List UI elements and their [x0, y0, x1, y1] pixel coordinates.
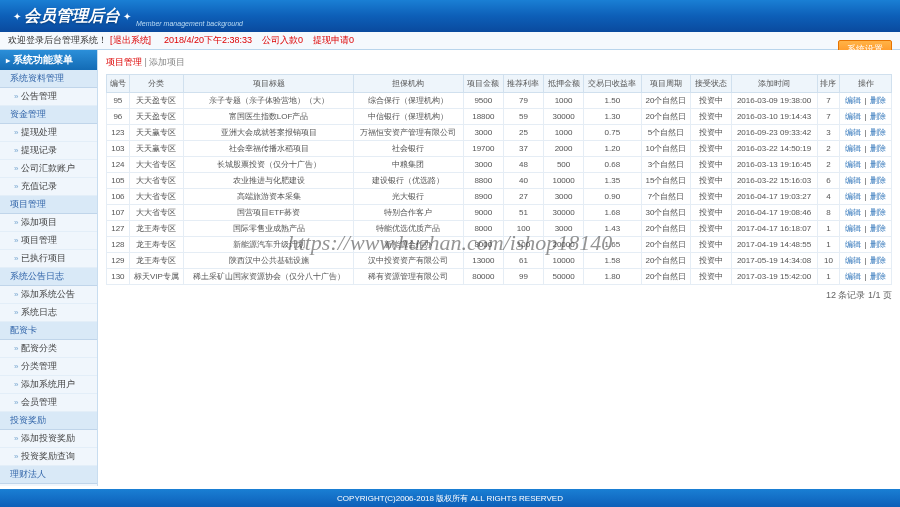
sidebar-item[interactable]: 添加投资奖励 — [0, 430, 97, 448]
cell-amt: 19700 — [463, 141, 503, 157]
cell-ops: 编辑 | 删除 — [840, 141, 892, 157]
sidebar-item[interactable]: 添加理财法人 — [0, 484, 97, 486]
edit-link[interactable]: 编辑 — [845, 128, 861, 137]
sidebar-category[interactable]: 配资卡 — [0, 322, 97, 340]
table-row: 127龙王寿专区国际零售业成熟产品特能优选优质产品800010030001.43… — [107, 221, 892, 237]
column-header: 分类 — [129, 75, 183, 93]
edit-link[interactable]: 编辑 — [845, 176, 861, 185]
logout-link[interactable]: [退出系统] — [110, 34, 151, 47]
crumb-current[interactable]: 项目管理 — [106, 57, 142, 67]
cell-pledge: 50000 — [544, 269, 584, 285]
sidebar-item[interactable]: 项目管理 — [0, 232, 97, 250]
cell-id: 129 — [107, 253, 130, 269]
table-row: 129龙王寿专区陕西汉中公共基础设施汉中投资资产有限公司130006110000… — [107, 253, 892, 269]
cell-period: 20个自然日 — [641, 269, 691, 285]
sidebar-item[interactable]: 系统日志 — [0, 304, 97, 322]
cell-title: 新能源汽车升级计划 — [183, 237, 353, 253]
cell-amt: 18800 — [463, 109, 503, 125]
sidebar-category[interactable]: 理财法人 — [0, 466, 97, 484]
crumb-action[interactable]: 添加项目 — [149, 57, 185, 67]
sidebar-item[interactable]: 提现处理 — [0, 124, 97, 142]
welcome-bar: 欢迎登录后台管理系统！ [退出系统] 2018/4/20下午2:38:33 公司… — [0, 32, 900, 50]
edit-link[interactable]: 编辑 — [845, 96, 861, 105]
cell-ops: 编辑 | 删除 — [840, 221, 892, 237]
cell-pledge: 20000 — [544, 237, 584, 253]
data-table: 编号分类项目标题担保机构项目金额推荐利率抵押金额交易日收益率项目周期接受状态添加… — [106, 74, 892, 285]
sidebar-item[interactable]: 提现记录 — [0, 142, 97, 160]
cell-cat: 标天VIP专属 — [129, 269, 183, 285]
cell-title: 国营项目ETF募资 — [183, 205, 353, 221]
cell-cat: 龙王寿专区 — [129, 237, 183, 253]
cell-sort: 1 — [817, 269, 840, 285]
delete-link[interactable]: 删除 — [870, 96, 886, 105]
cell-period: 30个自然日 — [641, 205, 691, 221]
cell-sort: 2 — [817, 157, 840, 173]
cell-status: 投资中 — [691, 141, 731, 157]
cell-yield: 0.68 — [584, 157, 641, 173]
column-header: 操作 — [840, 75, 892, 93]
edit-link[interactable]: 编辑 — [845, 272, 861, 281]
delete-link[interactable]: 删除 — [870, 144, 886, 153]
cell-amt: 9500 — [463, 93, 503, 109]
delete-link[interactable]: 删除 — [870, 176, 886, 185]
cell-status: 投资中 — [691, 109, 731, 125]
cell-org: 建设银行（优选路） — [354, 173, 464, 189]
sidebar-category[interactable]: 项目管理 — [0, 196, 97, 214]
sidebar-category[interactable]: 系统资料管理 — [0, 70, 97, 88]
delete-link[interactable]: 删除 — [870, 240, 886, 249]
edit-link[interactable]: 编辑 — [845, 224, 861, 233]
sidebar-item[interactable]: 公司汇款账户 — [0, 160, 97, 178]
cell-yield: 1.43 — [584, 221, 641, 237]
cell-rate: 61 — [503, 253, 543, 269]
stat-deposit: 公司入款0 — [262, 34, 303, 47]
delete-link[interactable]: 删除 — [870, 224, 886, 233]
cell-amt: 3000 — [463, 125, 503, 141]
edit-link[interactable]: 编辑 — [845, 192, 861, 201]
sidebar-category[interactable]: 投资奖励 — [0, 412, 97, 430]
edit-link[interactable]: 编辑 — [845, 256, 861, 265]
cell-cat: 天天盈专区 — [129, 109, 183, 125]
sidebar-item[interactable]: 添加系统用户 — [0, 376, 97, 394]
table-row: 124大大省专区长城股票投资（仅分十广告）中粮集团3000485000.683个… — [107, 157, 892, 173]
cell-title: 社会幸福传播水稻项目 — [183, 141, 353, 157]
cell-pledge: 1000 — [544, 125, 584, 141]
column-header: 项目周期 — [641, 75, 691, 93]
sidebar-item[interactable]: 添加项目 — [0, 214, 97, 232]
edit-link[interactable]: 编辑 — [845, 144, 861, 153]
cell-rate: 100 — [503, 237, 543, 253]
sidebar-item[interactable]: 公告管理 — [0, 88, 97, 106]
sidebar-item[interactable]: 分类管理 — [0, 358, 97, 376]
cell-sort: 2 — [817, 141, 840, 157]
cell-period: 20个自然日 — [641, 221, 691, 237]
delete-link[interactable]: 删除 — [870, 208, 886, 217]
cell-pledge: 500 — [544, 157, 584, 173]
edit-link[interactable]: 编辑 — [845, 208, 861, 217]
cell-yield: 1.65 — [584, 237, 641, 253]
sidebar-category[interactable]: 资金管理 — [0, 106, 97, 124]
delete-link[interactable]: 删除 — [870, 128, 886, 137]
sidebar-item[interactable]: 会员管理 — [0, 394, 97, 412]
column-header: 抵押金额 — [544, 75, 584, 93]
cell-pledge: 10000 — [544, 173, 584, 189]
edit-link[interactable]: 编辑 — [845, 160, 861, 169]
sidebar-item[interactable]: 已执行项目 — [0, 250, 97, 268]
delete-link[interactable]: 删除 — [870, 112, 886, 121]
delete-link[interactable]: 删除 — [870, 192, 886, 201]
sidebar-item[interactable]: 添加系统公告 — [0, 286, 97, 304]
delete-link[interactable]: 删除 — [870, 272, 886, 281]
cell-title: 国际零售业成熟产品 — [183, 221, 353, 237]
column-header: 项目金额 — [463, 75, 503, 93]
cell-time: 2017-03-19 15:42:00 — [731, 269, 817, 285]
delete-link[interactable]: 删除 — [870, 256, 886, 265]
delete-link[interactable]: 删除 — [870, 160, 886, 169]
cell-rate: 99 — [503, 269, 543, 285]
sidebar-item[interactable]: 充值记录 — [0, 178, 97, 196]
cell-amt: 8000 — [463, 237, 503, 253]
edit-link[interactable]: 编辑 — [845, 240, 861, 249]
cell-rate: 27 — [503, 189, 543, 205]
sidebar-item[interactable]: 配资分类 — [0, 340, 97, 358]
sidebar-item[interactable]: 投资奖励查询 — [0, 448, 97, 466]
sidebar-category[interactable]: 系统公告日志 — [0, 268, 97, 286]
edit-link[interactable]: 编辑 — [845, 112, 861, 121]
cell-time: 2017-05-19 14:34:08 — [731, 253, 817, 269]
